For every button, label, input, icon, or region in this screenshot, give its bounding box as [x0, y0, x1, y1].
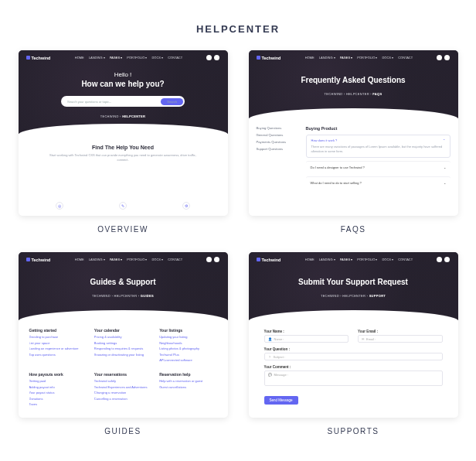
- search-input[interactable]: Search your questions or topic... Search: [61, 96, 185, 107]
- guide-link[interactable]: Getting paid: [29, 379, 87, 384]
- nav-icons[interactable]: [437, 55, 450, 60]
- guide-col: How payouts workGetting paidAdding payou…: [29, 372, 87, 410]
- faq-item[interactable]: Do I need a designer to use Techwind ?⌄: [306, 161, 450, 173]
- card-supports[interactable]: Techwind HOMELANDING ▾PAGES ▾PORTFOLIO ▾…: [249, 252, 458, 418]
- hero-title: Submit Your Support Request: [257, 278, 450, 286]
- guide-link[interactable]: Snoozing or deactivating your listing: [94, 353, 151, 357]
- hero-title: Guides & Support: [26, 278, 220, 286]
- chevron-up-icon: ⌃: [443, 138, 445, 142]
- guide-link[interactable]: List your space: [29, 341, 87, 346]
- guide-link[interactable]: Changing a reservation: [94, 391, 151, 395]
- guide-link[interactable]: Neighbourhoods: [159, 341, 216, 346]
- guide-link[interactable]: Top uses questions: [29, 353, 87, 357]
- nav-bar: Techwind HOMELANDING ▾PAGES ▾PORTFOLIO ▾…: [26, 257, 220, 262]
- nav-links[interactable]: HOMELANDING ▾PAGES ▾PORTFOLIO ▾DOCS ▾CON…: [75, 56, 182, 60]
- brand[interactable]: Techwind: [257, 258, 281, 262]
- guide-link[interactable]: Techwind Experiences and Adventures: [94, 385, 151, 390]
- guide-link[interactable]: Updating your listing: [159, 335, 216, 340]
- card-faqs[interactable]: Techwind HOMELANDING ▾PAGES ▾PORTFOLIO ▾…: [249, 50, 458, 216]
- guide-link[interactable]: Adding payout info: [29, 385, 87, 390]
- guide-link[interactable]: API-connected software: [159, 358, 216, 363]
- card-overview-wrap: Techwind HOMELANDING ▾PAGES ▾PORTFOLIO ▾…: [17, 50, 229, 234]
- nav-circle-icon[interactable]: [437, 55, 442, 60]
- nav-links[interactable]: HOMELANDING ▾PAGES ▾PORTFOLIO ▾DOCS ▾CON…: [305, 56, 413, 60]
- card-supports-wrap: Techwind HOMELANDING ▾PAGES ▾PORTFOLIO ▾…: [247, 252, 459, 435]
- guide-link[interactable]: Listing photos & photography: [159, 347, 216, 351]
- breadcrumb: TECHWIND › HELPCENTER › SUPPORT: [257, 294, 450, 298]
- guide-col: Your calendarPricing & availabilityBooki…: [94, 328, 151, 366]
- faq-item[interactable]: What do I need to do to start selling ?⌄: [306, 176, 450, 189]
- brand-icon: [26, 56, 30, 60]
- hero-title: How can we help you?: [26, 80, 220, 88]
- brand-icon: [26, 258, 30, 261]
- nav-circle-icon[interactable]: [444, 257, 450, 262]
- faq-cat[interactable]: Payments Questions: [257, 140, 300, 144]
- brand-text: Techwind: [32, 258, 51, 262]
- chevron-down-icon: ⌄: [444, 166, 446, 169]
- nav-circle-icon[interactable]: [206, 257, 212, 262]
- brand-text: Techwind: [32, 56, 51, 60]
- guide-link[interactable]: Help with a reservation or guest: [159, 379, 216, 384]
- card-guides[interactable]: Techwind HOMELANDING ▾PAGES ▾PORTFOLIO ▾…: [19, 252, 228, 418]
- question-label: Your Question :: [264, 347, 443, 351]
- brand-icon: [257, 56, 260, 60]
- breadcrumb: TECHWIND › HELPCENTER: [26, 114, 220, 118]
- guide-link[interactable]: Donations: [29, 397, 87, 401]
- brand[interactable]: Techwind: [26, 258, 51, 262]
- subject-field[interactable]: ？Subject :: [264, 353, 443, 360]
- send-button[interactable]: Send Message: [264, 396, 298, 405]
- card-overview[interactable]: Techwind HOMELANDING ▾PAGES ▾PORTFOLIO ▾…: [19, 50, 228, 216]
- faq-cat[interactable]: Support Questions: [257, 147, 300, 151]
- nav-circle-icon[interactable]: [214, 55, 219, 60]
- nav-circle-icon[interactable]: [437, 257, 442, 262]
- guide-link[interactable]: Techwind Plus: [159, 353, 216, 357]
- search-button[interactable]: Search: [161, 98, 183, 105]
- section-title: Find The Help You Need: [28, 145, 219, 150]
- brand[interactable]: Techwind: [26, 56, 51, 60]
- guide-link[interactable]: Guest cancellations: [159, 385, 216, 390]
- guide-link[interactable]: Cancelling a reservation: [94, 397, 151, 401]
- nav-icons[interactable]: [206, 55, 219, 60]
- card-faqs-wrap: Techwind HOMELANDING ▾PAGES ▾PORTFOLIO ▾…: [247, 50, 459, 234]
- guide-link[interactable]: Pricing & availability: [94, 335, 151, 340]
- brand-icon: [257, 258, 260, 261]
- guide-link[interactable]: Taxes: [29, 402, 87, 407]
- email-label: Your Email :: [358, 330, 443, 333]
- name-field[interactable]: 👤Name :: [264, 335, 349, 343]
- nav-circle-icon[interactable]: [206, 55, 212, 60]
- nav-icons[interactable]: [437, 257, 450, 262]
- guide-link[interactable]: Deciding to purchase: [29, 335, 87, 340]
- nav-links[interactable]: HOMELANDING ▾PAGES ▾PORTFOLIO ▾DOCS ▾CON…: [75, 258, 182, 261]
- faq-cat[interactable]: Buying Questions: [257, 126, 300, 130]
- card-caption: FAQS: [341, 225, 366, 234]
- brand[interactable]: Techwind: [257, 56, 281, 60]
- nav-links[interactable]: HOMELANDING ▾PAGES ▾PORTFOLIO ▾DOCS ▾CON…: [305, 258, 413, 261]
- faq-categories[interactable]: Buying Questions General Questions Payme…: [257, 126, 300, 211]
- breadcrumb: TECHWIND › HELPCENTER › GUIDES: [26, 294, 220, 298]
- cards-grid: Techwind HOMELANDING ▾PAGES ▾PORTFOLIO ▾…: [0, 50, 476, 459]
- hero-title: Frequently Asked Questions: [257, 76, 450, 84]
- faq-item-open[interactable]: How does it work ?⌃ There are many varia…: [306, 135, 450, 158]
- faq-answer: There are many variations of passages of…: [311, 145, 445, 154]
- guide-link[interactable]: Landing an experience or adventure: [29, 347, 87, 351]
- guide-link[interactable]: Responding to enquiries & requests: [94, 347, 151, 351]
- brand-text: Techwind: [262, 258, 281, 262]
- feature-icon[interactable]: ◎: [56, 202, 63, 210]
- guide-link[interactable]: Booking settings: [94, 341, 151, 346]
- name-label: Your Name :: [264, 330, 349, 333]
- nav-circle-icon[interactable]: [444, 55, 450, 60]
- feature-icon[interactable]: ✎: [119, 202, 127, 210]
- feature-icon[interactable]: ⚙: [182, 202, 190, 210]
- section-subtitle: Start working with Techwind CSS that can…: [28, 153, 219, 162]
- faq-cat[interactable]: General Questions: [257, 133, 300, 137]
- nav-bar: Techwind HOMELANDING ▾PAGES ▾PORTFOLIO ▾…: [26, 55, 220, 60]
- guide-link[interactable]: Techwind safely: [94, 379, 151, 384]
- message-field[interactable]: 💬Message :: [264, 371, 443, 386]
- nav-bar: Techwind HOMELANDING ▾PAGES ▾PORTFOLIO ▾…: [257, 55, 450, 60]
- hero-hello: Hello !: [26, 71, 220, 78]
- guide-link[interactable]: Your payout status: [29, 391, 87, 395]
- email-field[interactable]: ✉Email :: [358, 335, 443, 343]
- nav-icons[interactable]: [206, 257, 219, 262]
- card-caption: GUIDES: [104, 427, 141, 435]
- nav-circle-icon[interactable]: [214, 257, 219, 262]
